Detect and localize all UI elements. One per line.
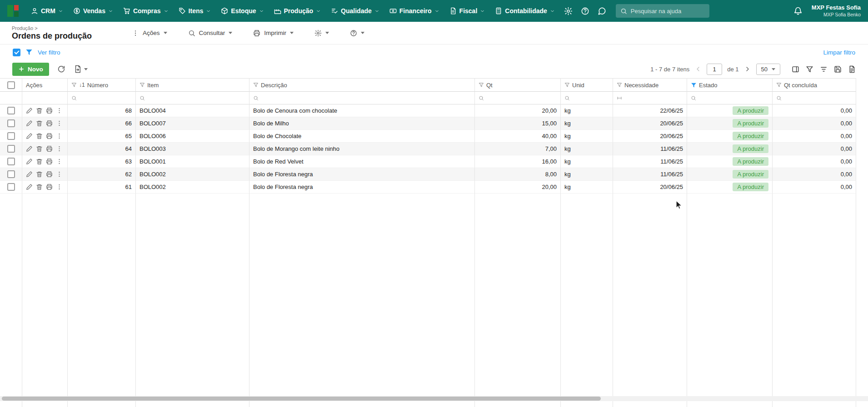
search-qt-concluida[interactable]: [773, 92, 856, 104]
help-dropdown[interactable]: [350, 30, 364, 37]
select-all-checkbox[interactable]: [7, 81, 15, 89]
row-checkbox[interactable]: [7, 170, 15, 178]
search-necessidade[interactable]: [613, 92, 687, 104]
delete-icon[interactable]: [36, 158, 43, 165]
search-estado[interactable]: [687, 92, 773, 104]
more-icon[interactable]: [56, 158, 63, 165]
menu-compras[interactable]: Compras: [118, 7, 174, 15]
app-logo[interactable]: [7, 5, 20, 17]
print-icon[interactable]: [46, 120, 53, 127]
print-icon[interactable]: [46, 184, 53, 190]
notifications-icon[interactable]: [793, 6, 803, 15]
menu-financeiro[interactable]: Financeiro: [384, 7, 444, 15]
menu-vendas[interactable]: Vendas: [68, 7, 118, 15]
previous-page-button[interactable]: [694, 65, 702, 73]
row-checkbox[interactable]: [7, 119, 15, 127]
row-checkbox[interactable]: [7, 145, 15, 153]
header-necessidade[interactable]: Necessidade: [613, 78, 687, 92]
menu-contabilidade[interactable]: Contabilidade: [490, 7, 560, 15]
delete-icon[interactable]: [36, 120, 43, 127]
filter-funnel-icon[interactable]: [564, 82, 570, 88]
row-checkbox[interactable]: [7, 132, 15, 140]
header-descricao[interactable]: Descrição: [249, 78, 475, 92]
filter-icon[interactable]: [806, 65, 813, 73]
account-menu[interactable]: MXP Festas Sofia MXP Sofia Benko: [812, 4, 861, 17]
row-checkbox[interactable]: [7, 107, 15, 114]
more-icon[interactable]: [56, 107, 63, 114]
next-page-button[interactable]: [744, 65, 751, 73]
consult-dropdown[interactable]: Consultar: [188, 30, 233, 37]
select-all-filter-checkbox[interactable]: [13, 49, 20, 56]
row-checkbox[interactable]: [7, 158, 15, 165]
columns-icon[interactable]: [792, 65, 799, 73]
header-numero[interactable]: ↓1Número: [68, 78, 136, 92]
edit-icon[interactable]: [26, 145, 33, 152]
filter-funnel-icon[interactable]: [479, 82, 484, 88]
more-icon[interactable]: [56, 171, 63, 178]
edit-icon[interactable]: [26, 107, 33, 114]
help-icon[interactable]: [581, 7, 589, 15]
header-qt[interactable]: Qt: [475, 78, 561, 92]
search-numero[interactable]: [68, 92, 136, 104]
export-button[interactable]: [74, 65, 88, 73]
clear-filter-link[interactable]: Limpar filtro: [823, 49, 855, 56]
print-icon[interactable]: [46, 171, 53, 178]
edit-icon[interactable]: [26, 171, 33, 178]
more-icon[interactable]: [56, 145, 63, 152]
delete-icon[interactable]: [36, 107, 43, 114]
search-unid[interactable]: [561, 92, 613, 104]
active-filter-funnel-icon[interactable]: [691, 82, 697, 88]
new-button[interactable]: Novo: [12, 63, 49, 76]
view-filter-link[interactable]: Ver filtro: [38, 49, 60, 56]
settings-dropdown[interactable]: [314, 30, 329, 37]
header-unid[interactable]: Unid: [561, 78, 613, 92]
page-size-select[interactable]: 50: [756, 64, 780, 75]
header-select[interactable]: [0, 78, 22, 92]
search-qt[interactable]: [475, 92, 561, 104]
delete-icon[interactable]: [36, 184, 43, 190]
refresh-button[interactable]: [57, 65, 65, 73]
menu-itens[interactable]: Itens: [174, 7, 216, 15]
print-icon[interactable]: [46, 133, 53, 139]
filter-funnel-icon[interactable]: [25, 49, 33, 56]
delete-icon[interactable]: [36, 145, 43, 152]
edit-icon[interactable]: [26, 184, 33, 190]
more-icon[interactable]: [56, 133, 63, 139]
more-icon[interactable]: [56, 120, 63, 127]
page-number-input[interactable]: [707, 64, 722, 75]
menu-qualidade[interactable]: Qualidade: [326, 7, 384, 15]
menu-crm[interactable]: CRM: [26, 7, 68, 15]
filter-funnel-icon[interactable]: [253, 82, 259, 88]
chat-icon[interactable]: [598, 7, 606, 15]
delete-icon[interactable]: [36, 171, 43, 178]
settings-icon[interactable]: [564, 7, 573, 15]
save-view-icon[interactable]: [834, 65, 842, 73]
filter-funnel-icon[interactable]: [617, 82, 622, 88]
help-search-input[interactable]: [631, 8, 705, 15]
menu-fiscal[interactable]: Fiscal: [444, 7, 490, 15]
filter-funnel-icon[interactable]: [140, 82, 145, 88]
row-checkbox[interactable]: [7, 183, 15, 191]
print-dropdown[interactable]: Imprimir: [253, 30, 294, 37]
filter-funnel-icon[interactable]: [776, 82, 782, 88]
edit-icon[interactable]: [26, 133, 33, 139]
search-descricao[interactable]: [249, 92, 475, 104]
filter-lines-icon[interactable]: [820, 65, 828, 73]
edit-icon[interactable]: [26, 158, 33, 165]
filter-funnel-icon[interactable]: [71, 82, 77, 88]
report-icon[interactable]: [848, 65, 856, 73]
delete-icon[interactable]: [36, 133, 43, 139]
horizontal-scrollbar-thumb[interactable]: [2, 397, 601, 401]
menu-estoque[interactable]: Estoque: [216, 7, 269, 15]
edit-icon[interactable]: [26, 120, 33, 127]
more-icon[interactable]: [56, 184, 63, 190]
header-qt-concluida[interactable]: Qt concluída: [773, 78, 856, 92]
actions-dropdown[interactable]: Ações: [132, 30, 167, 37]
menu-producao[interactable]: Produção: [269, 7, 326, 15]
header-estado[interactable]: Estado: [687, 78, 773, 92]
print-icon[interactable]: [46, 145, 53, 152]
search-item[interactable]: [136, 92, 249, 104]
print-icon[interactable]: [46, 158, 53, 165]
header-item[interactable]: Item: [136, 78, 249, 92]
print-icon[interactable]: [46, 107, 53, 114]
